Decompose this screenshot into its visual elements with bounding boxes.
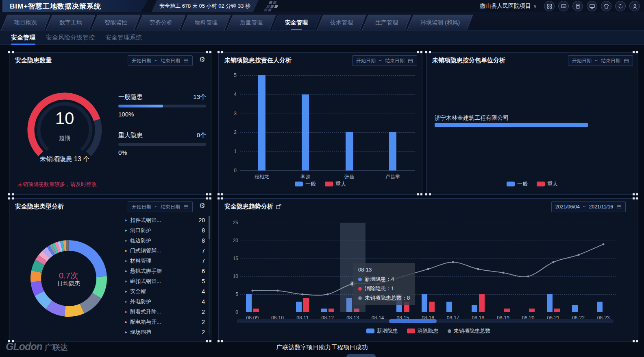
end-date-field[interactable]: 结束日期 — [601, 57, 620, 64]
resize-handle[interactable] — [218, 51, 220, 53]
resize-handle[interactable] — [8, 197, 10, 199]
legend-item[interactable]: 一般 — [295, 180, 316, 188]
tab-4[interactable]: 劳务分析 — [139, 15, 183, 30]
resize-handle[interactable] — [206, 193, 208, 195]
list-scrollbar[interactable] — [209, 216, 210, 335]
type-list-item[interactable]: ▸门式钢管脚...7 — [125, 245, 205, 256]
resize-handle[interactable] — [8, 193, 10, 195]
start-date-field[interactable]: 开始日期 — [572, 57, 592, 64]
resize-handle[interactable] — [417, 193, 419, 195]
type-list-item[interactable]: ▸临边防护8 — [125, 235, 205, 245]
datazoom-thumb[interactable] — [389, 319, 437, 323]
resize-handle[interactable] — [417, 51, 419, 53]
resize-handle[interactable] — [425, 193, 427, 195]
legend-item[interactable]: 消除隐患 — [407, 327, 439, 335]
date-range-picker[interactable]: 开始日期 ~ 结束日期 — [128, 55, 193, 66]
datazoom-slider[interactable] — [237, 319, 614, 323]
tshirt-icon[interactable] — [601, 1, 611, 11]
calendar-icon[interactable] — [408, 58, 413, 64]
subnav-item-2[interactable]: 安全风险分级管控 — [46, 31, 95, 45]
tooltip-series-dot — [358, 296, 362, 300]
type-list-item[interactable]: ▸现场围挡2 — [125, 327, 205, 337]
type-list-item[interactable]: ▸碗扣式钢管...5 — [125, 276, 205, 286]
resize-handle[interactable] — [633, 51, 635, 53]
legend-item[interactable]: 重大 — [537, 180, 558, 188]
start-date-field[interactable]: 开始日期 — [356, 57, 376, 64]
legend-item[interactable]: 一般 — [507, 180, 528, 188]
resize-handle[interactable] — [206, 197, 208, 199]
end-date-field[interactable]: 结束日期 — [161, 204, 180, 210]
resize-handle[interactable] — [206, 51, 208, 53]
tab-3[interactable]: 智能监控 — [94, 15, 137, 30]
type-list-item[interactable]: ▸附着式升降...2 — [125, 307, 205, 317]
project-selector[interactable]: 微山县人民医院项目 ∨ — [480, 0, 537, 12]
panel-by-subcontractor: 未销项隐患按分包单位分析 开始日期 ~ 结束日期 济宁木林金建筑工程有限公司 一… — [426, 52, 638, 195]
resize-handle[interactable] — [218, 340, 220, 342]
type-list-item[interactable]: ▸材料管理7 — [125, 256, 205, 266]
resize-handle[interactable] — [218, 193, 220, 195]
type-value: 2 — [202, 309, 205, 315]
apps-grid-icon[interactable] — [544, 1, 555, 11]
legend-item[interactable]: 重大 — [325, 180, 346, 188]
user-icon[interactable] — [629, 1, 640, 11]
start-date-field[interactable]: 开始日期 — [132, 204, 151, 210]
date-range-picker[interactable]: 开始日期 ~ 结束日期 — [128, 201, 193, 212]
expand-icon[interactable] — [276, 204, 282, 210]
subnav-item-1[interactable]: 安全管理 — [11, 31, 35, 45]
tooltip-series-dot — [358, 287, 362, 291]
resize-handle[interactable] — [206, 340, 208, 342]
stat-count: 13个 — [193, 93, 206, 101]
start-date-field[interactable]: 2021/06/04 — [555, 204, 580, 210]
type-list-item[interactable]: ▸配电箱与开...2 — [125, 317, 205, 327]
y-axis: 0510152025 — [226, 223, 238, 312]
end-date-field[interactable]: 结束日期 — [161, 57, 180, 64]
resize-handle[interactable] — [8, 51, 10, 53]
calendar-icon[interactable] — [616, 204, 622, 210]
resize-handle[interactable] — [218, 197, 220, 199]
tab-1[interactable]: 项目概况 — [4, 15, 47, 30]
resize-handle[interactable] — [633, 340, 635, 342]
tab-label: 生产管理 — [375, 19, 398, 26]
calendar-icon[interactable] — [183, 204, 189, 210]
bottom-peek-tab[interactable] — [346, 354, 376, 357]
resize-handle[interactable] — [633, 197, 635, 199]
tab-6[interactable]: 质量管理 — [230, 15, 273, 30]
resize-handle[interactable] — [425, 51, 427, 53]
date-range-picker[interactable]: 开始日期 ~ 结束日期 — [352, 55, 417, 66]
date-range-picker[interactable]: 2021/06/04 ~ 2021/11/16 — [551, 201, 626, 212]
app-title-box: BIM+智慧工地数据决策系统 — [2, 0, 148, 12]
end-date-field[interactable]: 2021/11/16 — [589, 204, 613, 210]
tab-2[interactable]: 数字工地 — [49, 15, 92, 30]
refresh-icon[interactable] — [615, 1, 626, 11]
gear-icon[interactable]: ⚙ — [199, 56, 205, 63]
type-list-item[interactable]: ▸洞口防护8 — [125, 225, 205, 235]
gear-icon[interactable]: ⚙ — [199, 202, 205, 209]
calendar-icon[interactable] — [624, 58, 629, 64]
start-date-field[interactable]: 开始日期 — [132, 57, 151, 64]
legend-label: 消除隐患 — [418, 327, 439, 335]
tab-9[interactable]: 生产管理 — [365, 15, 408, 30]
tab-10[interactable]: 环境监测 (和风) — [410, 15, 470, 30]
tab-8[interactable]: 技术管理 — [320, 15, 363, 30]
tab-7[interactable]: 安全管理 — [275, 15, 318, 30]
type-list-item[interactable]: ▸扣件式钢管...20 — [125, 215, 205, 225]
calendar-icon[interactable] — [183, 58, 189, 64]
legend-item[interactable]: 新增隐患 — [366, 327, 398, 335]
date-range-picker[interactable]: 开始日期 ~ 结束日期 — [568, 55, 633, 66]
projector-icon[interactable] — [558, 1, 569, 11]
stat-label: 重大隐患 — [118, 131, 143, 139]
subnav-item-3[interactable]: 安全管理系统 — [105, 31, 142, 45]
end-date-field[interactable]: 结束日期 — [385, 57, 405, 64]
header-icon-group — [544, 1, 640, 11]
resize-handle[interactable] — [633, 193, 635, 195]
server-icon[interactable] — [572, 1, 583, 11]
tab-5[interactable]: 物料管理 — [185, 15, 228, 30]
type-list-item[interactable]: ▸外电防护4 — [125, 296, 205, 307]
main-navbar: 项目概况数字工地智能监控劳务分析物料管理质量管理安全管理技术管理生产管理环境监测… — [0, 12, 644, 31]
legend-item[interactable]: 未销项隐患总数 — [448, 327, 491, 335]
type-list-item[interactable]: ▸安全帽4 — [125, 286, 205, 296]
tab-label: 安全管理 — [285, 19, 308, 26]
type-list-item[interactable]: ▸悬挑式脚手架6 — [125, 266, 205, 276]
sub-navbar: 安全管理安全风险分级管控安全管理系统 — [0, 31, 644, 45]
monitor-icon[interactable] — [587, 1, 597, 11]
